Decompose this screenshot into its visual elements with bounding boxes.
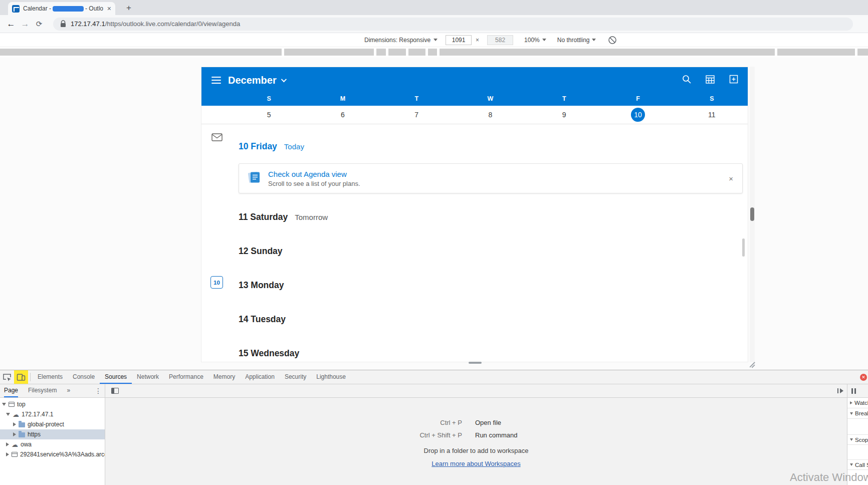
mail-icon[interactable] [201,133,232,141]
devtools-tab-security[interactable]: Security [280,370,311,384]
new-event-icon[interactable] [729,74,739,86]
date-number: 5 [267,111,271,119]
weekday-letter: T [380,93,454,106]
tree-item-owa[interactable]: ☁ owa [0,439,105,449]
devtools-tab-lighthouse[interactable]: Lighthouse [311,370,351,384]
navigator-tab-filesystem[interactable]: Filesystem [28,384,57,397]
devtools-tab-console[interactable]: Console [68,370,100,384]
viewport-resize-grip[interactable] [469,362,482,364]
browser-tab[interactable]: Calendar - - Outlo × [8,2,115,15]
address-bar[interactable]: 172.17.47.1/https/outlook.live.com/calen… [53,18,853,31]
url-path: /https/outlook.live.com/calendar/0/view/… [105,20,241,28]
viewport-resize-corner[interactable] [749,361,756,368]
promo-texts: Check out Agenda view Scroll to see a li… [268,170,360,187]
dimensions-dropdown[interactable]: Dimensions: Responsive [364,37,438,44]
navigator-tab-page[interactable]: Page [4,384,18,397]
calendar-date-icon[interactable]: 10 [201,276,232,289]
weekday-letter: T [527,93,601,106]
date-cell[interactable]: 9 [527,106,601,124]
back-icon[interactable]: ← [4,19,18,29]
tree-item-top[interactable]: top [0,399,105,409]
url-domain: 172.17.47.1 [71,20,105,28]
editor-toolbar [105,384,847,397]
week-dates-row: 5 6 7 8 9 10 11 [232,106,748,124]
devtools-tab-memory[interactable]: Memory [208,370,240,384]
more-options-icon[interactable]: ⋮ [95,387,102,395]
viewport-height-input[interactable] [487,35,513,45]
toggle-navigator-icon[interactable] [111,388,119,394]
chevron-collapsed-icon [6,452,9,456]
workspaces-link[interactable]: Learn more about Workspaces [431,460,521,467]
chevron-down-icon [592,39,596,41]
shortcut-action: Run command [475,431,555,439]
rotate-viewport-icon[interactable] [608,36,617,45]
overflow-tabs-icon[interactable]: » [67,384,70,397]
forward-icon[interactable]: → [18,19,32,29]
weekday-letters-row: S M T W T F S [232,93,748,106]
section-scope[interactable]: Scope [847,434,868,445]
toggle-device-toolbar-icon[interactable] [14,370,28,384]
tab-close-icon[interactable]: × [107,5,111,12]
mini-calendar-date: 10 [210,276,223,289]
frame-icon [9,402,15,407]
outlook-favicon-icon [12,5,20,13]
browser-toolbar: ← → ⟳ 172.17.47.1/https/outlook.live.com… [0,15,868,33]
date-number: 8 [489,111,493,119]
promo-title: Check out Agenda view [268,170,360,178]
throttling-value: No throttling [557,37,590,44]
hamburger-menu-icon[interactable] [211,77,221,84]
shortcut-action: Open file [475,419,555,426]
viewport-width-input[interactable] [446,35,472,45]
devtools-tab-network[interactable]: Network [132,370,164,384]
zoom-dropdown[interactable]: 100% [524,37,546,44]
pause-script-icon[interactable] [851,388,856,394]
date-cell[interactable]: 11 [675,106,748,124]
media-query-ruler [0,47,868,57]
navigator-tabbar: Page Filesystem » ⋮ [0,384,105,397]
section-breakpoints[interactable]: Breakp [847,408,868,419]
divider [30,373,31,381]
calendar-view-icon[interactable] [705,74,715,86]
date-cell-today[interactable]: 10 [601,106,675,124]
reload-icon[interactable]: ⟳ [32,20,46,29]
tree-item-https[interactable]: https [0,429,105,439]
agenda-date-label: 12 Sunday [239,246,283,257]
show-debugger-icon[interactable] [837,388,844,394]
date-number: 6 [341,111,345,119]
chevron-expanded-icon [850,412,853,415]
devtools-tab-elements[interactable]: Elements [33,370,68,384]
tree-item-global-protect[interactable]: global-protect [0,419,105,429]
month-dropdown[interactable]: December [228,75,285,86]
devtools-tab-performance[interactable]: Performance [164,370,208,384]
file-navigator: top ☁ 172.17.47.1 global-protect https [0,398,105,485]
weekday-letter: F [601,93,675,106]
section-watch[interactable]: Watch [847,398,868,408]
tab-title: Calendar - - Outlo [23,5,104,12]
agenda-date-label: 14 Tuesday [239,314,286,325]
section-label: Watch [854,400,868,406]
inspect-element-icon[interactable] [0,370,14,384]
today-badge: 10 [631,108,645,122]
date-cell[interactable]: 5 [232,106,306,124]
date-cell[interactable]: 8 [454,106,527,124]
devtools-tab-sources[interactable]: Sources [100,370,132,384]
section-label: Breakp [855,410,868,416]
promo-close-icon[interactable]: × [729,174,733,183]
date-cell[interactable]: 6 [306,106,379,124]
agenda-header: 13 Monday [239,280,291,291]
throttling-dropdown[interactable]: No throttling [557,37,596,44]
viewport-scrollbar[interactable] [750,207,754,221]
agenda-scrollbar[interactable] [742,238,745,257]
section-call-stack[interactable]: Call St [847,459,868,470]
chevron-collapsed-icon [13,422,16,426]
section-content [847,445,868,459]
date-cell[interactable]: 7 [380,106,454,124]
error-badge[interactable]: ✕ [860,374,867,381]
devtools-tab-application[interactable]: Application [240,370,280,384]
tree-label: 292841service%3A%3Aads.arcct.r [20,451,105,458]
search-icon[interactable] [682,74,692,86]
ruler-gap [386,49,388,56]
tree-item-origin[interactable]: ☁ 172.17.47.1 [0,409,105,419]
tree-item-service-frame[interactable]: 292841service%3A%3Aads.arcct.r [0,449,105,459]
new-tab-button[interactable]: + [123,3,134,14]
